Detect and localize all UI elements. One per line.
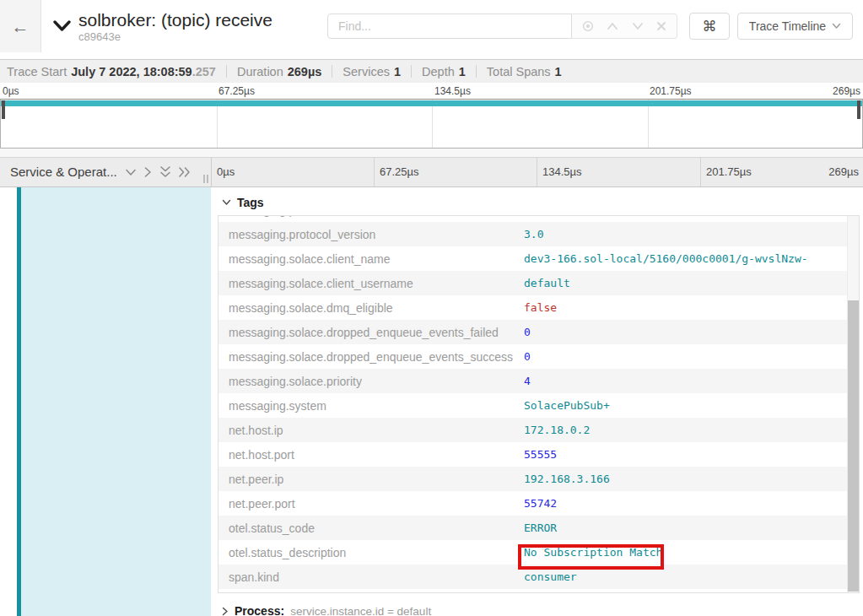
minimap-right-drag-handle[interactable] [857, 100, 860, 119]
command-icon: ⌘ [703, 18, 717, 35]
tag-row: net.peer.ip192.168.3.166 [218, 467, 847, 491]
tag-row: messaging.solace.client_usernamedefault [218, 271, 847, 295]
next-result-icon[interactable] [632, 22, 644, 30]
tag-row: messaging.solace.dropped_enqueue_events_… [218, 344, 847, 369]
clear-find-icon[interactable] [656, 21, 666, 31]
collapse-one-icon[interactable] [125, 169, 137, 176]
column-resizer-handle[interactable] [203, 175, 208, 183]
tag-key: messaging.solace.dropped_enqueue_events_… [218, 326, 524, 339]
tags-scroll-viewport: messaging.protocolSMFmessaging.protocol_… [218, 216, 847, 592]
process-label: Process: [235, 604, 284, 616]
tag-value: SolacePubSub+ [524, 399, 610, 412]
scrollbar-thumb[interactable] [848, 300, 859, 592]
tag-value: 55742 [524, 497, 557, 510]
total-spans-value: 1 [555, 65, 562, 78]
collapse-all-icon[interactable] [159, 166, 171, 178]
spacer [0, 149, 863, 157]
tag-row: messaging.solace.priority4 [218, 369, 847, 393]
tags-scrollbar[interactable] [847, 216, 859, 592]
time-tick-label: 201.75µs [706, 158, 752, 186]
prev-result-icon[interactable] [607, 22, 618, 30]
tag-value: default [524, 277, 570, 289]
time-tick-label: 134.5µs [542, 158, 582, 186]
chevron-down-icon [53, 20, 71, 32]
time-tick-label: 201.75µs [650, 85, 692, 97]
span-tree-controls [125, 158, 191, 186]
view-selector-button[interactable]: Trace Timeline [737, 13, 853, 40]
tag-row: otel.status_codeERROR [218, 516, 847, 540]
separator [226, 65, 227, 78]
expand-all-icon[interactable] [179, 166, 191, 178]
services-label: Services [343, 65, 390, 78]
tag-key: net.host.ip [218, 424, 524, 437]
process-value: service.instance.id = default [290, 605, 431, 616]
tag-row: net.host.port55555 [218, 442, 847, 467]
tag-key: messaging.solace.priority [218, 375, 524, 388]
tag-row: messaging.systemSolacePubSub+ [218, 393, 847, 418]
trace-summary-bar: Trace Start July 7 2022, 18:08:59.257 Du… [0, 59, 863, 83]
process-section-toggle[interactable]: Process: service.instance.id = default [222, 604, 863, 616]
find-input[interactable] [327, 14, 572, 39]
tag-key: otel.status_code [218, 521, 524, 535]
grid-line [432, 100, 433, 148]
separator [411, 65, 412, 78]
tags-section-title: Tags [237, 196, 264, 209]
tag-key: messaging.solace.dmq_eligible [218, 301, 524, 315]
tag-row: messaging.solace.client_namedev3-166.sol… [218, 246, 847, 271]
trace-page-header: ← solbroker: (topic) receive c89643e ⌘ T… [0, 0, 863, 52]
time-tick-label: 269µs [828, 158, 859, 186]
tag-row: messaging.protocolSMF [218, 216, 847, 222]
trace-id: c89643e [78, 30, 272, 44]
tags-section-toggle[interactable]: Tags [222, 195, 863, 210]
minimap-left-drag-handle[interactable] [2, 100, 5, 119]
chevron-down-icon [222, 199, 231, 206]
header-spacer [0, 52, 863, 59]
trace-timeline-body: Tags messaging.protocolSMFmessaging.prot… [0, 187, 863, 616]
tag-value: 4 [524, 375, 531, 387]
tag-row: messaging.solace.dmq_eligiblefalse [218, 295, 847, 320]
trace-start-label: Trace Start [7, 65, 67, 78]
expand-one-icon[interactable] [144, 166, 152, 178]
page-title: solbroker: (topic) receive [78, 9, 272, 30]
tag-key: messaging.solace.dropped_enqueue_events_… [218, 350, 524, 364]
tag-row: otel.status_descriptionNo Subscription M… [218, 540, 847, 565]
trace-start-ms: .257 [192, 65, 216, 78]
tag-value: 192.168.3.166 [524, 473, 610, 485]
column-divider [211, 158, 212, 186]
trace-collapse-toggle[interactable] [51, 20, 73, 32]
depth-label: Depth [422, 65, 455, 78]
chevron-down-icon [832, 23, 841, 30]
tag-value: consumer [524, 570, 577, 583]
tag-value: ERROR [524, 521, 557, 534]
separator [476, 65, 477, 78]
tag-row: net.host.ip172.18.0.2 [218, 418, 847, 442]
span-detail-panel: Tags messaging.protocolSMFmessaging.prot… [211, 187, 863, 616]
focus-match-icon[interactable] [582, 20, 594, 32]
time-tick-label: 134.5µs [434, 85, 471, 97]
grid-line [700, 158, 701, 186]
total-spans-label: Total Spans [487, 65, 551, 78]
time-tick-label: 67.25µs [218, 85, 255, 97]
keyboard-shortcuts-button[interactable]: ⌘ [689, 13, 730, 40]
selected-span-row[interactable] [21, 187, 211, 616]
tag-key: span.kind [218, 570, 524, 584]
back-button[interactable]: ← [0, 0, 41, 52]
time-tick-label: 0µs [3, 85, 19, 97]
tag-value: 55555 [524, 448, 557, 461]
chevron-right-icon [222, 607, 229, 616]
duration-value: 269µs [288, 65, 322, 78]
tag-key: otel.status_description [218, 546, 524, 559]
grid-line [217, 100, 218, 148]
tag-value: 172.18.0.2 [524, 424, 590, 436]
grid-line [648, 100, 649, 148]
find-controls [327, 14, 677, 39]
tag-value: false [524, 301, 557, 314]
tag-row: messaging.solace.dropped_enqueue_events_… [218, 320, 847, 344]
minimap-span-bar [1, 100, 862, 106]
timeline-minimap[interactable] [0, 99, 863, 149]
trace-start-value: July 7 2022, 18:08:59 [71, 65, 192, 78]
tag-key: messaging.protocol_version [218, 228, 524, 241]
service-operation-column-label: Service & Operat... [10, 158, 117, 186]
view-selector-label: Trace Timeline [749, 19, 826, 33]
duration-label: Duration [237, 65, 283, 78]
